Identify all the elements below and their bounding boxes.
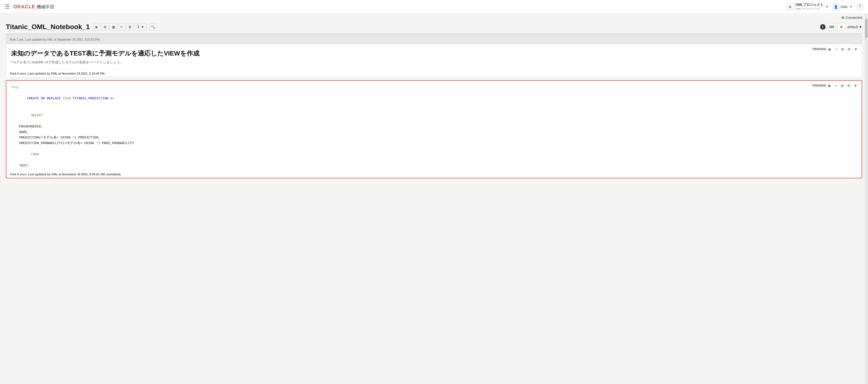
interpreter-label: default — [847, 25, 858, 29]
code-line-8: FROM — [11, 146, 857, 163]
paragraph-count-badge: 1 — [820, 24, 826, 30]
code-cell-body[interactable]: %sql CREATE OR REPLACE VIEW TITANIC_PRED… — [6, 81, 862, 171]
status-bar: Connected — [0, 14, 868, 21]
notebook-header: Titanic_OML_Notebook_1 ▶ ⊠ ▦ ✏ 🗑 ⬇ ▼ 🔍 — [0, 21, 868, 33]
run-icon: ▶ — [96, 25, 98, 29]
notebook-right-controls: 1 ⌨ ⚙ default ▼ — [820, 23, 862, 31]
markdown-cell-footer-text: Took 0 secs. Last updated by OML at Nove… — [9, 72, 105, 75]
show-hide-icon: ▦ — [112, 25, 115, 29]
help-icon[interactable]: ? — [857, 4, 863, 10]
run-paragraph-button[interactable]: ▶ — [93, 23, 100, 31]
search-icon: 🔍 — [151, 25, 155, 29]
markdown-cell-body: 未知のデータであるTEST表に予測モデルを適応したVIEWを作成 <モデル名>に… — [6, 44, 862, 70]
project-selector[interactable]: ⊞ OMLプロジェクト OMLワークスペース ▼ — [786, 3, 829, 11]
project-dropdown-arrow: ▼ — [826, 5, 829, 8]
markdown-cell-heading: 未知のデータであるTEST表に予測モデルを適応したVIEWを作成 — [11, 49, 857, 58]
show-hide-button[interactable]: ▦ — [110, 23, 117, 31]
markdown-dropdown-button[interactable]: ▼ — [853, 47, 859, 52]
previous-cell-status: Took 1 sec. Last updated by OML at Septe… — [6, 36, 862, 43]
run-all-icon: ⊠ — [103, 25, 106, 29]
markdown-expand-button[interactable]: ⤢ — [834, 47, 839, 52]
export-button[interactable]: ⬇ ▼ — [135, 23, 146, 31]
markdown-cell: FINISHED ▶ ⤢ ⊞ ⚙ ▼ 未知のデータであるTEST表に予測モデルを… — [6, 44, 862, 77]
markdown-cell-subtext: <モデル名>にAutoML UIで作成したモデルの名前をペーストしましょう。 — [11, 60, 857, 65]
settings-button[interactable]: ⚙ — [838, 23, 845, 31]
code-cell-status-label: FINISHED — [812, 84, 826, 87]
user-name: OML — [841, 5, 848, 9]
connected-label: Connected — [845, 16, 862, 20]
code-cell-footer: Took 9 secs. Last updated by OML at Nove… — [6, 171, 862, 178]
navbar-left: ☰ ORACLE 機械学習 — [5, 4, 54, 10]
interpreter-dropdown[interactable]: default ▼ — [847, 25, 862, 29]
main-content: Took 1 sec. Last updated by OML at Septe… — [0, 33, 868, 187]
page-scrollbar[interactable] — [865, 14, 868, 384]
markdown-run-button[interactable]: ▶ — [828, 47, 832, 52]
brand-oracle-text: ORACLE — [13, 4, 35, 9]
markdown-cell-toolbar: FINISHED ▶ ⤢ ⊞ ⚙ ▼ — [812, 47, 859, 52]
code-line-1: %sql — [11, 85, 857, 90]
hamburger-menu-icon[interactable]: ☰ — [5, 4, 10, 10]
markdown-settings-button[interactable]: ⚙ — [846, 47, 851, 52]
connected-dot — [842, 17, 844, 19]
notebook-title: Titanic_OML_Notebook_1 — [6, 23, 90, 31]
code-cell-toolbar: FINISHED ▶ ⤢ ⊞ ⚙ ▼ — [812, 83, 858, 88]
project-sub: OMLワークスペース — [796, 7, 824, 11]
scrollbar-thumb[interactable] — [865, 19, 868, 38]
run-all-button[interactable]: ⊠ — [101, 23, 109, 31]
brand-ml-text: 機械学習 — [37, 4, 54, 10]
keyboard-icon: ⌨ — [829, 25, 834, 29]
previous-cell-status-text: Took 1 sec. Last updated by OML at Septe… — [9, 38, 100, 41]
markdown-table-button[interactable]: ⊞ — [840, 47, 845, 52]
connected-badge: Connected — [842, 16, 862, 20]
user-icon: 👤 — [833, 4, 839, 10]
user-dropdown-arrow: ▼ — [849, 5, 852, 8]
code-cell: FINISHED ▶ ⤢ ⊞ ⚙ ▼ %sql CREATE OR REPLAC… — [6, 80, 862, 178]
edit-icon: ✏ — [120, 25, 123, 29]
code-line-4: PASSENGERID, — [11, 124, 857, 130]
keyboard-shortcuts-button[interactable]: ⌨ — [828, 23, 835, 31]
code-line-7: PREDICTION_PROBABILITY(<モデル名> USING *) P… — [11, 141, 857, 146]
export-icon: ⬇ — [137, 25, 140, 29]
project-name: OMLプロジェクト — [796, 3, 824, 7]
markdown-cell-footer: Took 0 secs. Last updated by OML at Nove… — [6, 70, 862, 77]
project-icon: ⊞ — [786, 3, 794, 10]
code-cell-footer-text: Took 9 secs. Last updated by OML at Nove… — [10, 173, 121, 176]
export-dropdown-arrow: ▼ — [141, 25, 144, 29]
code-dropdown-button[interactable]: ▼ — [853, 83, 858, 88]
code-line-9: TEST; — [11, 163, 857, 169]
markdown-cell-status-label: FINISHED — [812, 48, 826, 51]
edit-button[interactable]: ✏ — [118, 23, 125, 31]
user-selector[interactable]: 👤 OML ▼ — [833, 4, 852, 10]
settings-icon: ⚙ — [840, 25, 843, 29]
code-line-5: NAME, — [11, 130, 857, 135]
code-table-button[interactable]: ⊞ — [840, 83, 845, 88]
code-run-button[interactable]: ▶ — [828, 83, 832, 88]
notebook-title-area: Titanic_OML_Notebook_1 ▶ ⊠ ▦ ✏ 🗑 ⬇ ▼ 🔍 — [6, 23, 157, 31]
clear-button[interactable]: 🗑 — [126, 23, 134, 31]
code-line-3: SELECT — [11, 107, 857, 124]
notebook-toolbar: ▶ ⊠ ▦ ✏ 🗑 ⬇ ▼ 🔍 — [93, 23, 157, 31]
code-line-2: CREATE OR REPLACE VIEW TITANIC_PREDICTIO… — [11, 90, 857, 107]
code-line-6: PREDICTION(<モデル名> USING *) PREDICTION, — [11, 135, 857, 141]
code-settings-button[interactable]: ⚙ — [846, 83, 851, 88]
navbar: ☰ ORACLE 機械学習 ⊞ OMLプロジェクト OMLワークスペース ▼ 👤… — [0, 0, 868, 14]
navbar-right: ⊞ OMLプロジェクト OMLワークスペース ▼ 👤 OML ▼ ? — [786, 3, 863, 11]
project-text: OMLプロジェクト OMLワークスペース — [796, 3, 824, 11]
brand: ORACLE 機械学習 — [13, 4, 54, 10]
interpreter-dropdown-arrow: ▼ — [859, 25, 862, 29]
code-expand-button[interactable]: ⤢ — [834, 83, 838, 88]
clear-icon: 🗑 — [128, 25, 132, 29]
search-button[interactable]: 🔍 — [149, 23, 157, 31]
scroll-area — [6, 33, 862, 35]
